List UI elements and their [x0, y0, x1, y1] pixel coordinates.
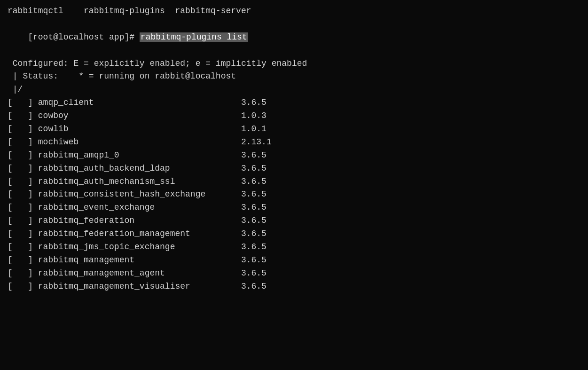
plugin-name: rabbitmq_management — [38, 254, 241, 267]
plugin-status: [ ] — [8, 267, 38, 280]
command-highlight: rabbitmq-plugins list — [140, 32, 248, 42]
plugin-row: [ ] rabbitmq_consistent_hash_exchange 3.… — [8, 188, 580, 201]
plugin-status: [ ] — [8, 201, 38, 214]
plugin-name: rabbitmq_event_exchange — [38, 201, 241, 214]
plugins-list: [ ] amqp_client 3.6.5[ ] cowboy 1.0.3[ ]… — [8, 96, 580, 293]
plugin-status: [ ] — [8, 214, 38, 228]
status-line: | Status: * = running on rabbit@localhos… — [8, 70, 580, 83]
plugin-version: 3.6.5 — [241, 254, 267, 267]
plugin-name: mochiweb — [38, 136, 241, 149]
plugin-name: rabbitmq_jms_topic_exchange — [38, 241, 241, 254]
plugin-status: [ ] — [8, 188, 38, 201]
plugin-row: [ ] rabbitmq_management 3.6.5 — [8, 254, 580, 267]
plugin-status: [ ] — [8, 123, 38, 136]
plugin-row: [ ] mochiweb 2.13.1 — [8, 136, 580, 149]
plugin-name: rabbitmq_federation_management — [38, 228, 241, 241]
terminal: rabbitmqctl rabbitmq-plugins rabbitmq-se… — [8, 5, 580, 293]
plugin-name: cowlib — [38, 123, 241, 136]
plugin-version: 3.6.5 — [241, 96, 267, 110]
plugin-name: rabbitmq_auth_mechanism_ssl — [38, 175, 241, 189]
plugin-row: [ ] rabbitmq_amqp1_0 3.6.5 — [8, 149, 580, 162]
plugin-status: [ ] — [8, 254, 38, 267]
plugin-version: 3.6.5 — [241, 162, 267, 175]
command-line: [root@localhost app]# rabbitmq-plugins l… — [8, 18, 580, 57]
plugin-row: [ ] rabbitmq_management_visualiser 3.6.5 — [8, 280, 580, 293]
plugin-name: rabbitmq_amqp1_0 — [38, 149, 241, 162]
plugin-row: [ ] rabbitmq_auth_mechanism_ssl 3.6.5 — [8, 175, 580, 189]
terminal-line-top: rabbitmqctl rabbitmq-plugins rabbitmq-se… — [8, 5, 580, 18]
plugin-version: 3.6.5 — [241, 214, 267, 228]
plugin-row: [ ] rabbitmq_jms_topic_exchange 3.6.5 — [8, 241, 580, 254]
plugin-version: 1.0.1 — [241, 123, 267, 136]
plugin-status: [ ] — [8, 175, 38, 189]
plugin-version: 3.6.5 — [241, 280, 267, 293]
plugin-status: [ ] — [8, 96, 38, 110]
plugin-row: [ ] cowlib 1.0.1 — [8, 123, 580, 136]
plugin-name: rabbitmq_management_agent — [38, 267, 241, 280]
plugin-version: 3.6.5 — [241, 188, 267, 201]
plugin-row: [ ] amqp_client 3.6.5 — [8, 96, 580, 110]
plugin-status: [ ] — [8, 241, 38, 254]
plugin-version: 3.6.5 — [241, 175, 267, 189]
plugin-row: [ ] rabbitmq_management_agent 3.6.5 — [8, 267, 580, 280]
plugin-name: cowboy — [38, 110, 241, 123]
command-prefix: [root@localhost app]# — [28, 32, 140, 42]
plugin-version: 3.6.5 — [241, 149, 267, 162]
plugin-version: 2.13.1 — [241, 136, 272, 149]
plugin-name: rabbitmq_consistent_hash_exchange — [38, 188, 241, 201]
plugin-row: [ ] rabbitmq_federation 3.6.5 — [8, 214, 580, 228]
plugin-name: rabbitmq_management_visualiser — [38, 280, 241, 293]
plugin-row: [ ] rabbitmq_auth_backend_ldap 3.6.5 — [8, 162, 580, 175]
plugin-name: amqp_client — [38, 96, 241, 110]
plugin-version: 3.6.5 — [241, 201, 267, 214]
plugin-version: 1.0.3 — [241, 110, 267, 123]
plugin-status: [ ] — [8, 110, 38, 123]
plugin-version: 3.6.5 — [241, 228, 267, 241]
plugin-status: [ ] — [8, 162, 38, 175]
plugin-row: [ ] rabbitmq_federation_management 3.6.5 — [8, 228, 580, 241]
plugin-name: rabbitmq_auth_backend_ldap — [38, 162, 241, 175]
plugin-status: [ ] — [8, 136, 38, 149]
separator-line: |/ — [8, 83, 580, 96]
plugin-status: [ ] — [8, 149, 38, 162]
plugin-name: rabbitmq_federation — [38, 214, 241, 228]
configured-line: Configured: E = explicitly enabled; e = … — [8, 57, 580, 71]
plugin-status: [ ] — [8, 280, 38, 293]
plugin-version: 3.6.5 — [241, 267, 267, 280]
plugin-version: 3.6.5 — [241, 241, 267, 254]
plugin-status: [ ] — [8, 228, 38, 241]
plugin-row: [ ] cowboy 1.0.3 — [8, 110, 580, 123]
plugin-row: [ ] rabbitmq_event_exchange 3.6.5 — [8, 201, 580, 214]
